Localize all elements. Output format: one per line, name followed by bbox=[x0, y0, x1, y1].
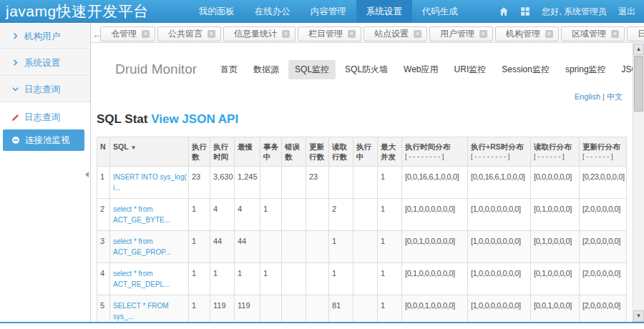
druid-nav: 首页数据源SQL监控SQL防火墙Web应用URI监控Session监控sprin… bbox=[214, 60, 633, 79]
scrollbar-thumb[interactable] bbox=[634, 56, 643, 112]
sidebar-group[interactable]: 系统设置 bbox=[0, 49, 90, 76]
sql-link[interactable]: select * from ACT_GE_PROP... bbox=[113, 236, 185, 257]
stat-cell bbox=[329, 167, 353, 199]
tab[interactable]: 区域管理× bbox=[561, 26, 625, 41]
sidebar-collapse-icon[interactable] bbox=[85, 172, 89, 177]
tab[interactable]: 机构管理× bbox=[495, 26, 559, 41]
druid-nav-item[interactable]: spring监控 bbox=[559, 60, 613, 79]
column-header[interactable]: 最慢 bbox=[235, 137, 260, 167]
tab[interactable]: 日志查询× bbox=[627, 26, 644, 41]
column-header[interactable]: 执行时间 bbox=[210, 137, 235, 167]
stat-cell: 4 bbox=[235, 199, 260, 231]
druid-nav-item[interactable]: URI监控 bbox=[448, 60, 493, 79]
stat-cell: [1,0,0,0,0,0,0,0] bbox=[468, 263, 531, 295]
close-icon[interactable]: × bbox=[208, 30, 215, 38]
column-header[interactable]: 事务中 bbox=[260, 137, 282, 167]
stat-cell: 1 bbox=[210, 263, 235, 295]
stat-cell: 119 bbox=[210, 295, 235, 323]
table-row: 4select * from ACT_RE_DEPL...111111[0,1,… bbox=[97, 263, 627, 295]
home-icon[interactable] bbox=[499, 6, 509, 16]
column-header[interactable]: 更新行数 bbox=[306, 137, 329, 167]
scroll-up-icon[interactable]: ▲ bbox=[633, 44, 644, 55]
tab[interactable]: 站点设置× bbox=[364, 26, 427, 41]
column-header[interactable]: 执行中 bbox=[353, 137, 378, 167]
sidebar-item[interactable]: 日志查询 bbox=[3, 107, 84, 128]
stat-cell bbox=[306, 231, 329, 263]
row-number-cell: 4 bbox=[97, 263, 110, 295]
app-window: javamg快速开发平台 我的面板在线办公内容管理系统设置代码生成 您好, 系统… bbox=[0, 0, 644, 329]
tab[interactable]: 栏目管理× bbox=[298, 26, 361, 41]
tab-prev-icon[interactable]: ← bbox=[92, 27, 102, 41]
tab[interactable]: 公共留言× bbox=[157, 26, 221, 41]
scroll-down-icon[interactable]: ▼ bbox=[633, 310, 644, 322]
topmenu-item[interactable]: 内容管理 bbox=[301, 0, 356, 23]
column-header[interactable]: 错误数 bbox=[282, 137, 306, 167]
close-icon[interactable]: × bbox=[348, 30, 356, 38]
sql-link[interactable]: select * from ACT_RE_DEPL... bbox=[113, 268, 185, 290]
close-icon[interactable]: × bbox=[282, 30, 290, 38]
close-icon[interactable]: × bbox=[479, 30, 487, 38]
topbar: javamg快速开发平台 我的面板在线办公内容管理系统设置代码生成 您好, 系统… bbox=[0, 0, 644, 23]
column-header[interactable]: N bbox=[97, 137, 110, 167]
stat-cell: 1 bbox=[235, 263, 260, 295]
stat-cell: 1 bbox=[378, 167, 402, 199]
sidebar-item-label: 日志查询 bbox=[24, 107, 60, 128]
stat-cell: [0,1,0,0,0,0] bbox=[531, 231, 580, 263]
lang-separator: | bbox=[602, 92, 605, 101]
close-icon[interactable]: × bbox=[545, 30, 553, 38]
tab[interactable]: 仓管理× bbox=[100, 26, 155, 41]
column-header[interactable]: 更新行分布[ - - - - - - ] bbox=[580, 137, 627, 167]
top-menu: 我的面板在线办公内容管理系统设置代码生成 bbox=[189, 0, 468, 23]
druid-nav-item[interactable]: JSON API bbox=[615, 61, 633, 78]
topmenu-item[interactable]: 我的面板 bbox=[189, 0, 245, 23]
tab[interactable]: 用户管理× bbox=[429, 26, 493, 41]
stat-cell: 4 bbox=[210, 199, 235, 231]
stat-cell bbox=[282, 167, 306, 199]
sql-cell: select * from ACT_GE_PROP... bbox=[110, 231, 189, 263]
lang-chinese-link[interactable]: 中文 bbox=[607, 92, 623, 101]
topmenu-item[interactable]: 代码生成 bbox=[412, 0, 468, 23]
column-header[interactable]: 执行+RS时分布[ - - - - - - - - ] bbox=[468, 137, 531, 167]
tab[interactable]: 信息量统计× bbox=[223, 26, 296, 41]
sidebar-group[interactable]: 日志查询 bbox=[0, 76, 90, 102]
row-number-cell: 2 bbox=[97, 199, 110, 231]
druid-nav-item[interactable]: 首页 bbox=[214, 60, 244, 79]
stat-cell: 44 bbox=[210, 231, 235, 263]
column-header[interactable]: 最大并发 bbox=[378, 137, 402, 167]
grid-icon[interactable] bbox=[520, 6, 530, 16]
sql-link[interactable]: select * from ACT_GE_BYTE... bbox=[113, 204, 185, 225]
topmenu-item[interactable]: 系统设置 bbox=[356, 0, 412, 23]
topmenu-item[interactable]: 在线办公 bbox=[245, 0, 301, 23]
column-header[interactable]: SQL▼ bbox=[110, 137, 189, 167]
lang-english-link[interactable]: English bbox=[575, 92, 600, 101]
close-icon[interactable]: × bbox=[611, 30, 619, 38]
sql-link[interactable]: INSERT INTO sys_log( i... bbox=[113, 172, 185, 193]
table-row: 3select * from ACT_GE_PROP...1444411[0,0… bbox=[97, 231, 627, 263]
page-title-text: SQL Stat bbox=[97, 112, 147, 126]
column-header[interactable]: 执行时间分布[ - - - - - - - - ] bbox=[402, 137, 468, 167]
column-header-label: SQL▼ bbox=[113, 142, 185, 153]
stat-cell: [0,0,16,6,1,0,0,0] bbox=[468, 167, 531, 199]
druid-nav-item[interactable]: Session监控 bbox=[495, 60, 556, 79]
stat-cell: [2,0,0,0,0,0] bbox=[580, 231, 627, 263]
druid-nav-item[interactable]: Web应用 bbox=[397, 60, 444, 79]
scrollbar[interactable]: ▲ ▼ bbox=[633, 44, 644, 322]
druid-nav-item[interactable]: 数据源 bbox=[247, 60, 286, 79]
logout-link[interactable]: 退出 bbox=[618, 6, 635, 18]
sql-link[interactable]: SELECT * FROM sys_... bbox=[113, 300, 185, 322]
druid-nav-item[interactable]: SQL防火墙 bbox=[338, 60, 394, 79]
close-icon[interactable]: × bbox=[414, 30, 421, 38]
sort-desc-icon[interactable]: ▼ bbox=[131, 144, 137, 151]
stat-cell: 1 bbox=[378, 295, 402, 323]
sidebar-item[interactable]: 连接池监视 bbox=[3, 129, 84, 151]
druid-nav-item[interactable]: SQL监控 bbox=[288, 60, 336, 79]
column-header[interactable]: 读取行分布[ - - - - - - ] bbox=[531, 137, 580, 167]
content-area: ← 仓管理×公共留言×信息量统计×栏目管理×站点设置×用户管理×机构管理×区域管… bbox=[91, 23, 644, 322]
view-json-api-link[interactable]: View JSON API bbox=[151, 112, 238, 126]
close-icon[interactable]: × bbox=[142, 30, 150, 38]
column-header[interactable]: 读取行数 bbox=[329, 137, 353, 167]
sql-cell: select * from ACT_GE_BYTE... bbox=[110, 199, 189, 231]
sidebar-group[interactable]: 机构用户 bbox=[0, 23, 90, 49]
tab-label: 栏目管理 bbox=[308, 28, 343, 40]
column-header[interactable]: 执行数 bbox=[189, 137, 210, 167]
